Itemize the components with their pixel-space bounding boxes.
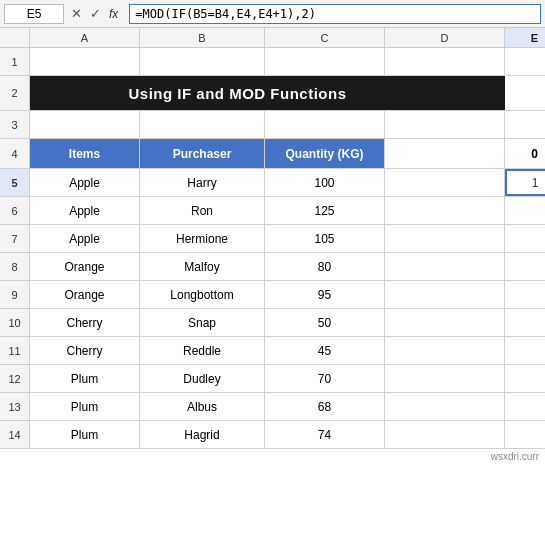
cell-e8[interactable] [505,253,545,280]
cell-c3[interactable] [140,111,265,138]
cell-c7[interactable]: Hermione [140,225,265,252]
cell-b14[interactable]: Plum [30,421,140,448]
cell-e12[interactable] [505,365,545,392]
row-num-4: 4 [0,139,30,168]
cell-c8[interactable]: Malfoy [140,253,265,280]
cancel-icon[interactable]: ✕ [68,6,85,21]
cell-e14[interactable] [505,421,545,448]
cell-d1b[interactable] [385,48,505,75]
cell-b7[interactable]: Apple [30,225,140,252]
cell-c14[interactable]: Hagrid [140,421,265,448]
cell-e6[interactable] [505,197,545,224]
cell-e2[interactable] [445,76,505,110]
corner-cell [0,28,30,47]
cell-d12[interactable]: 70 [265,365,385,392]
fx-label: fx [106,7,121,21]
row-7: 7 Apple Hermione 105 [0,225,545,253]
cell-reference-box[interactable]: E5 [4,4,64,24]
cell-c6[interactable]: Ron [140,197,265,224]
cell-d5b[interactable] [385,169,505,196]
cell-b11[interactable]: Cherry [30,337,140,364]
cell-d11[interactable]: 45 [265,337,385,364]
cell-b5[interactable]: Apple [30,169,140,196]
col-header-a[interactable]: A [30,28,140,47]
header-purchaser[interactable]: Purchaser [140,139,265,168]
cell-c13[interactable]: Albus [140,393,265,420]
row-8: 8 Orange Malfoy 80 [0,253,545,281]
row-num-11: 11 [0,337,30,364]
cell-d10[interactable]: 50 [265,309,385,336]
cell-d5[interactable]: 100 [265,169,385,196]
cell-d3b[interactable] [385,111,505,138]
cell-e13[interactable] [505,393,545,420]
cell-d14b[interactable] [385,421,505,448]
col-header-b[interactable]: B [140,28,265,47]
cell-b6[interactable]: Apple [30,197,140,224]
cell-e7[interactable] [505,225,545,252]
cell-d10b[interactable] [385,309,505,336]
col-header-d[interactable]: D [385,28,505,47]
cell-e10[interactable] [505,309,545,336]
col-header-c[interactable]: C [265,28,385,47]
row-num-14: 14 [0,421,30,448]
row-num-6: 6 [0,197,30,224]
cell-d6[interactable]: 125 [265,197,385,224]
cell-c5[interactable]: Harry [140,169,265,196]
row-6: 6 Apple Ron 125 [0,197,545,225]
cell-c12[interactable]: Dudley [140,365,265,392]
cell-b8[interactable]: Orange [30,253,140,280]
cell-d7b[interactable] [385,225,505,252]
header-items[interactable]: Items [30,139,140,168]
row-10: 10 Cherry Snap 50 [0,309,545,337]
cell-d13b[interactable] [385,393,505,420]
cell-d1[interactable] [265,48,385,75]
row-num-8: 8 [0,253,30,280]
cell-d8b[interactable] [385,253,505,280]
cell-e1[interactable] [505,48,545,75]
cell-c11[interactable]: Reddle [140,337,265,364]
row-12: 12 Plum Dudley 70 [0,365,545,393]
column-headers-row: A B C D E [0,28,545,48]
row-11: 11 Cherry Reddle 45 [0,337,545,365]
cell-b12[interactable]: Plum [30,365,140,392]
formula-bar: E5 ✕ ✓ fx =MOD(IF(B5=B4,E4,E4+1),2) [0,0,545,28]
cell-d8[interactable]: 80 [265,253,385,280]
cell-b13[interactable]: Plum [30,393,140,420]
cell-d9[interactable]: 95 [265,281,385,308]
cell-b1[interactable] [30,48,140,75]
row-3: 3 [0,111,545,139]
cell-e9[interactable] [505,281,545,308]
cell-d14[interactable]: 74 [265,421,385,448]
row-num-5: 5 [0,169,30,196]
cell-d6b[interactable] [385,197,505,224]
cell-e4[interactable]: 0 [505,139,545,168]
formula-input[interactable]: =MOD(IF(B5=B4,E4,E4+1),2) [129,4,541,24]
header-quantity[interactable]: Quantity (KG) [265,139,385,168]
row-num-10: 10 [0,309,30,336]
cell-b3[interactable] [30,111,140,138]
confirm-icon[interactable]: ✓ [87,6,104,21]
row-14: 14 Plum Hagrid 74 [0,421,545,449]
cell-d11b[interactable] [385,337,505,364]
cell-d3[interactable] [265,111,385,138]
cell-c10[interactable]: Snap [140,309,265,336]
cell-d4[interactable] [385,139,505,168]
row-num-12: 12 [0,365,30,392]
cell-e3[interactable] [505,111,545,138]
cell-d13[interactable]: 68 [265,393,385,420]
cell-b10[interactable]: Cherry [30,309,140,336]
cell-c9[interactable]: Longbottom [140,281,265,308]
title-cell: Using IF and MOD Functions [30,76,445,110]
cell-d7[interactable]: 105 [265,225,385,252]
cell-d12b[interactable] [385,365,505,392]
cell-c1[interactable] [140,48,265,75]
cell-e11[interactable] [505,337,545,364]
cell-d9b[interactable] [385,281,505,308]
col-header-e[interactable]: E [505,28,545,47]
cell-e5[interactable]: 1 [505,169,545,196]
formula-icons: ✕ ✓ fx [68,6,125,21]
cell-b9[interactable]: Orange [30,281,140,308]
row-13: 13 Plum Albus 68 [0,393,545,421]
row-4: 4 Items Purchaser Quantity (KG) 0 [0,139,545,169]
row-num-3: 3 [0,111,30,138]
